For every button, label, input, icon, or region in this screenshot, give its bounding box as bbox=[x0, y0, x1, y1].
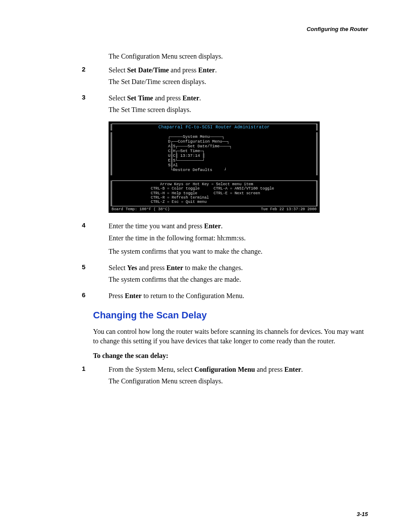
step-6-text: Press bbox=[109, 292, 125, 299]
terminal-status-right: Tue Feb 22 13:37:20 2000 bbox=[261, 207, 317, 212]
step-number: 5 bbox=[82, 263, 85, 271]
section-heading: Changing the Scan Delay bbox=[93, 310, 368, 321]
s2-step1-bold2: Enter bbox=[284, 366, 301, 373]
step-3-mid: and press bbox=[153, 94, 182, 102]
intro-paragraph: The Configuration Menu screen displays. bbox=[109, 52, 368, 61]
s2-step1-bold1: Configuration Menu bbox=[194, 366, 255, 373]
step-number: 6 bbox=[82, 291, 85, 299]
step-3-follow: The Set Time screen displays. bbox=[109, 105, 368, 115]
step-5-suffix: to make the changes. bbox=[183, 264, 243, 271]
step-3-suffix: . bbox=[199, 94, 201, 102]
step-5: 5 Select Yes and press Enter to make the… bbox=[93, 263, 368, 284]
step-4-text: Enter the time you want and press bbox=[109, 222, 204, 230]
step-3-bold1: Set Time bbox=[127, 94, 153, 102]
step-5-mid: and press bbox=[137, 264, 166, 271]
step-3-bold2: Enter bbox=[182, 94, 199, 102]
section-2-body: You can control how long the router wait… bbox=[93, 327, 368, 386]
main-content: The Configuration Menu screen displays. … bbox=[93, 52, 368, 300]
s2-step1-suffix: . bbox=[301, 366, 303, 373]
step-2-bold1: Set Date/Time bbox=[127, 66, 169, 74]
step-5-follow: The system confirms that the changes are… bbox=[109, 275, 368, 284]
terminal-status-bar: Board Temp: 100°F ( 38°C) Tue Feb 22 13:… bbox=[111, 206, 318, 212]
terminal-status-left: Board Temp: 100°F ( 38°C) bbox=[112, 207, 170, 212]
s2-step1-follow: The Configuration Menu screen displays. bbox=[109, 376, 368, 386]
terminal-help-area: Arrow Keys or Hot Key = Select menu item… bbox=[111, 180, 318, 206]
step-4-follow1: Enter the time in the following format: … bbox=[109, 233, 368, 243]
subhead-suffix: : bbox=[166, 352, 168, 359]
s2-step1-mid: and press bbox=[255, 366, 284, 373]
step-2-mid: and press bbox=[169, 66, 198, 74]
step-2: 2 Select Set Date/Time and press Enter. … bbox=[93, 65, 368, 87]
step-2-follow: The Set Date/Time screen displays. bbox=[109, 77, 368, 87]
section-intro: You can control how long the router wait… bbox=[93, 327, 368, 345]
step-number: 3 bbox=[82, 93, 85, 101]
step-6-bold1: Enter bbox=[125, 292, 142, 299]
section2-step-1: 1 From the System Menu, select Configura… bbox=[93, 365, 368, 386]
step-5-bold2: Enter bbox=[166, 264, 183, 271]
terminal-title: Chaparral FC-to-SCSI Router Administrato… bbox=[111, 124, 318, 131]
page-number: 3-15 bbox=[52, 511, 368, 517]
terminal-menu-area: ┌─────System Menu─────┐ D┌──Configuratio… bbox=[111, 132, 318, 175]
step-3: 3 Select Set Time and press Enter. The S… bbox=[93, 93, 368, 115]
s2-step1-text: From the System Menu, select bbox=[109, 366, 194, 373]
step-number: 2 bbox=[82, 65, 85, 73]
procedure-subhead: To change the scan delay: bbox=[93, 352, 368, 360]
step-number: 4 bbox=[82, 221, 85, 229]
step-2-bold2: Enter bbox=[198, 66, 215, 74]
step-5-bold1: Yes bbox=[127, 264, 137, 271]
step-number: 1 bbox=[82, 365, 85, 372]
step-6: 6 Press Enter to return to the Configura… bbox=[93, 291, 368, 301]
step-4-bold1: Enter bbox=[204, 222, 221, 230]
step-4-follow2: The system confirms that you want to mak… bbox=[109, 247, 368, 256]
subhead-bold: To change the scan delay bbox=[93, 352, 166, 359]
step-4: 4 Enter the time you want and press Ente… bbox=[93, 221, 368, 256]
terminal-screenshot: Chaparral FC-to-SCSI Router Administrato… bbox=[109, 121, 320, 213]
step-5-text: Select bbox=[109, 264, 127, 271]
terminal-menu-text: ┌─────System Menu─────┐ D┌──Configuratio… bbox=[168, 135, 282, 172]
step-2-text: Select bbox=[109, 66, 127, 74]
step-3-text: Select bbox=[109, 94, 127, 102]
running-header: Configuring the Router bbox=[52, 26, 368, 32]
step-2-suffix: . bbox=[215, 66, 217, 74]
step-4-suffix: . bbox=[221, 222, 223, 230]
section-2-container: Changing the Scan Delay bbox=[93, 310, 368, 321]
step-6-suffix: to return to the Configuration Menu. bbox=[142, 292, 244, 299]
